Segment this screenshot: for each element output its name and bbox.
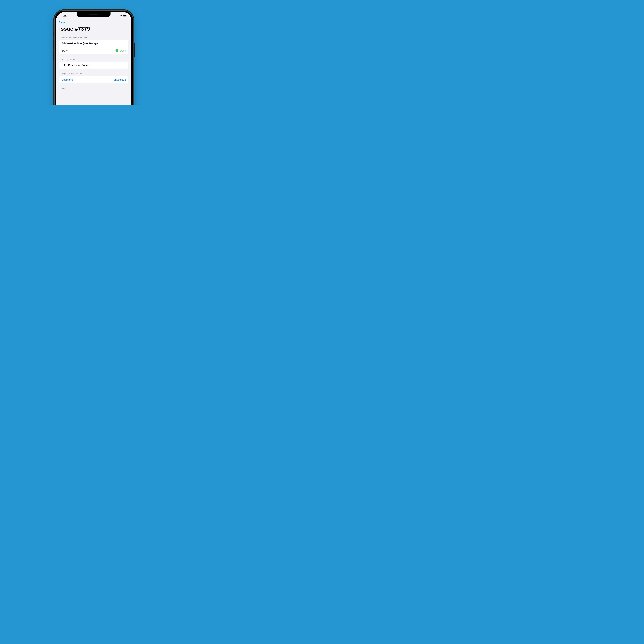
section-header-owner: OWNER INFORMATION bbox=[59, 71, 128, 76]
card-important: Add useEmulator() to Storage State ! Ope… bbox=[59, 40, 128, 54]
phone-frame: 9:33 bbox=[54, 10, 134, 105]
owner-username-row[interactable]: Username ghuser123 bbox=[59, 76, 128, 83]
description-row: No Description Found bbox=[59, 62, 128, 69]
nav-bar: Back bbox=[56, 19, 131, 25]
status-time: 9:33 bbox=[62, 14, 67, 17]
issue-state-row: State ! Open bbox=[59, 47, 128, 54]
mute-switch bbox=[53, 32, 54, 37]
front-camera-icon bbox=[101, 14, 102, 15]
status-right bbox=[115, 14, 128, 17]
speaker-grill bbox=[89, 14, 98, 15]
section-header-labels: LABELS bbox=[59, 85, 128, 91]
description-body: No Description Found bbox=[62, 64, 89, 67]
phone-notch bbox=[77, 12, 111, 17]
page-title: Issue #7379 bbox=[56, 25, 131, 34]
issue-title-row: Add useEmulator() to Storage bbox=[59, 40, 128, 47]
battery-icon bbox=[123, 15, 127, 17]
username-value: ghuser123 bbox=[114, 78, 126, 81]
back-chevron-icon[interactable] bbox=[58, 21, 61, 24]
state-open-icon: ! bbox=[116, 49, 118, 52]
section-important-info: IMPORTANT INFORMATION Add useEmulator() … bbox=[56, 34, 131, 56]
card-description: No Description Found bbox=[59, 62, 128, 69]
state-label: State bbox=[62, 49, 68, 52]
section-owner: OWNER INFORMATION Username ghuser123 bbox=[56, 70, 131, 85]
power-button bbox=[134, 43, 135, 57]
svg-rect-2 bbox=[127, 15, 127, 16]
phone-screen: 9:33 bbox=[56, 12, 131, 105]
state-value: Open bbox=[120, 49, 126, 52]
state-value-wrap: ! Open bbox=[116, 49, 126, 52]
section-labels: LABELS bbox=[56, 85, 131, 92]
section-description: DESCRIPTION No Description Found bbox=[56, 56, 131, 70]
wifi-icon bbox=[120, 15, 122, 17]
volume-down-button bbox=[53, 51, 54, 60]
username-label: Username bbox=[62, 78, 73, 81]
section-header-description: DESCRIPTION bbox=[59, 56, 128, 62]
section-header-important: IMPORTANT INFORMATION bbox=[59, 35, 128, 40]
back-button[interactable]: Back bbox=[61, 21, 67, 24]
svg-rect-1 bbox=[123, 15, 126, 16]
volume-up-button bbox=[53, 40, 54, 49]
cellular-dots-icon bbox=[115, 14, 118, 17]
card-owner: Username ghuser123 bbox=[59, 76, 128, 83]
issue-title: Add useEmulator() to Storage bbox=[62, 42, 98, 45]
